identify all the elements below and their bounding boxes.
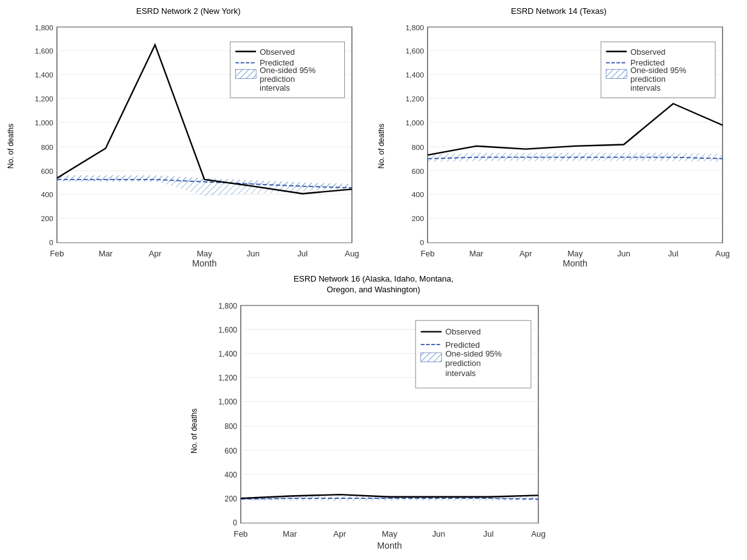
chart2-inner: 1,800 1,600 1,400 1,200 1,000 800 600 40… <box>387 20 741 273</box>
svg-text:0: 0 <box>419 238 424 246</box>
svg-text:One-sided 95%: One-sided 95% <box>446 349 502 358</box>
chart1-inner: 1,800 1,600 1,400 1,200 1,000 800 600 40… <box>16 20 371 273</box>
svg-text:1,200: 1,200 <box>405 94 424 103</box>
svg-text:1,600: 1,600 <box>219 326 238 334</box>
svg-text:1,800: 1,800 <box>219 301 238 310</box>
svg-text:One-sided 95%: One-sided 95% <box>630 66 686 75</box>
chart2-title: ESRD Network 14 (Texas) <box>511 6 606 17</box>
chart1-wrapper: ESRD Network 2 (New York) No. of deaths <box>6 6 371 271</box>
chart3-wrapper: ESRD Network 16 (Alaska, Idaho, Montana,… <box>190 274 557 551</box>
svg-text:Feb: Feb <box>50 249 64 258</box>
svg-text:Observed: Observed <box>260 47 295 56</box>
svg-rect-117 <box>421 353 442 362</box>
chart2-svg-container: 1,800 1,600 1,400 1,200 1,000 800 600 40… <box>387 20 741 273</box>
svg-text:1,400: 1,400 <box>405 71 424 79</box>
svg-text:600: 600 <box>41 166 54 174</box>
svg-text:prediction: prediction <box>260 74 295 84</box>
svg-text:Mar: Mar <box>98 249 113 258</box>
svg-text:1,200: 1,200 <box>35 94 54 103</box>
svg-text:200: 200 <box>225 494 238 503</box>
top-row: ESRD Network 2 (New York) No. of deaths <box>6 6 741 271</box>
svg-text:Mar: Mar <box>469 249 484 258</box>
svg-text:Apr: Apr <box>333 529 347 539</box>
svg-text:May: May <box>382 529 398 539</box>
chart1-svg-container: 1,800 1,600 1,400 1,200 1,000 800 600 40… <box>16 20 371 273</box>
svg-text:200: 200 <box>41 214 54 222</box>
svg-text:Aug: Aug <box>345 249 359 258</box>
svg-text:200: 200 <box>411 214 424 222</box>
chart1-title: ESRD Network 2 (New York) <box>136 6 240 17</box>
svg-text:1,800: 1,800 <box>35 23 54 31</box>
svg-text:Mar: Mar <box>283 529 298 539</box>
svg-rect-37 <box>235 69 256 78</box>
chart3-y-label: No. of deaths <box>190 298 199 560</box>
svg-text:Observed: Observed <box>446 327 481 336</box>
svg-text:Feb: Feb <box>420 249 434 258</box>
svg-text:Aug: Aug <box>531 529 546 539</box>
chart3-title: ESRD Network 16 (Alaska, Idaho, Montana,… <box>294 274 454 295</box>
svg-text:600: 600 <box>411 166 424 174</box>
svg-text:1,000: 1,000 <box>219 397 238 406</box>
svg-text:Month: Month <box>192 258 217 268</box>
svg-text:1,600: 1,600 <box>35 47 54 55</box>
svg-text:Jun: Jun <box>432 529 446 539</box>
svg-text:400: 400 <box>225 470 238 479</box>
svg-text:1,400: 1,400 <box>219 350 238 358</box>
svg-text:Predicted: Predicted <box>446 340 480 349</box>
svg-text:1,400: 1,400 <box>35 71 54 79</box>
svg-text:1,000: 1,000 <box>35 118 54 127</box>
svg-text:400: 400 <box>41 190 54 198</box>
svg-text:intervals: intervals <box>630 83 661 93</box>
chart2-svg: 1,800 1,600 1,400 1,200 1,000 800 600 40… <box>387 20 741 273</box>
svg-text:May: May <box>197 249 212 258</box>
chart1-svg: 1,800 1,600 1,400 1,200 1,000 800 600 40… <box>16 20 371 273</box>
svg-text:800: 800 <box>41 143 54 151</box>
chart1-area: No. of deaths <box>6 20 371 273</box>
svg-text:1,000: 1,000 <box>405 118 424 127</box>
svg-text:prediction: prediction <box>446 358 481 368</box>
svg-text:Jun: Jun <box>246 249 260 258</box>
svg-text:1,800: 1,800 <box>405 23 424 31</box>
chart2-area: No. of deaths <box>377 20 741 273</box>
chart3-area: No. of deaths <box>190 298 557 560</box>
svg-text:May: May <box>567 249 583 258</box>
chart3-inner: 1,800 1,600 1,400 1,200 1,000 800 600 40… <box>200 298 557 560</box>
svg-text:Apr: Apr <box>519 249 532 258</box>
svg-text:0: 0 <box>233 518 238 527</box>
svg-text:Aug: Aug <box>715 249 729 258</box>
svg-text:intervals: intervals <box>260 83 290 93</box>
svg-text:600: 600 <box>225 446 238 455</box>
svg-text:800: 800 <box>225 422 238 431</box>
svg-text:0: 0 <box>49 238 54 246</box>
svg-rect-77 <box>606 69 627 78</box>
svg-text:intervals: intervals <box>446 369 477 378</box>
svg-text:Jun: Jun <box>617 249 630 258</box>
chart3-svg: 1,800 1,600 1,400 1,200 1,000 800 600 40… <box>200 298 557 560</box>
svg-text:1,200: 1,200 <box>219 374 238 382</box>
svg-text:Month: Month <box>562 258 587 268</box>
svg-text:Apr: Apr <box>149 249 162 258</box>
svg-text:Jul: Jul <box>668 249 678 258</box>
chart3-svg-container: 1,800 1,600 1,400 1,200 1,000 800 600 40… <box>200 298 557 560</box>
svg-text:prediction: prediction <box>630 74 666 84</box>
charts-container: ESRD Network 2 (New York) No. of deaths <box>0 0 747 560</box>
svg-text:1,600: 1,600 <box>405 47 424 55</box>
chart2-wrapper: ESRD Network 14 (Texas) No. of deaths <box>377 6 741 271</box>
svg-text:Jul: Jul <box>298 249 308 258</box>
chart1-y-label: No. of deaths <box>6 20 15 273</box>
svg-text:800: 800 <box>411 143 424 151</box>
svg-text:400: 400 <box>411 190 424 198</box>
bottom-row: ESRD Network 16 (Alaska, Idaho, Montana,… <box>6 274 741 551</box>
svg-text:Feb: Feb <box>234 529 248 539</box>
svg-text:Jul: Jul <box>484 529 494 539</box>
svg-text:Observed: Observed <box>630 47 666 56</box>
svg-text:Month: Month <box>378 540 402 551</box>
chart2-y-label: No. of deaths <box>377 20 386 273</box>
svg-text:One-sided 95%: One-sided 95% <box>260 66 316 75</box>
